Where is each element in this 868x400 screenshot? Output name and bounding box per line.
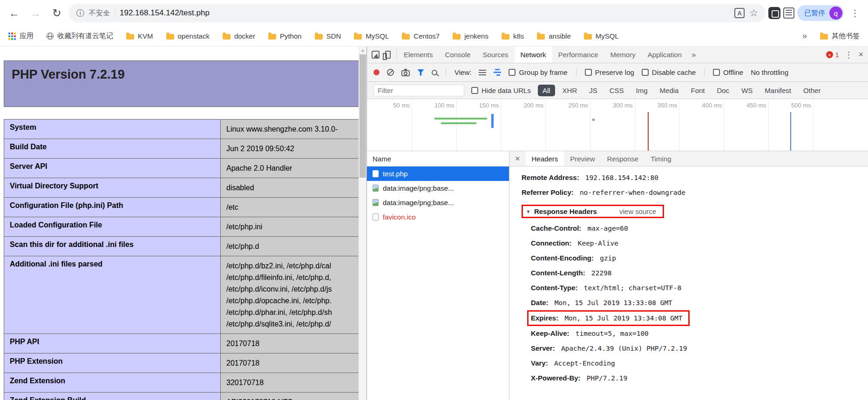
devtools-tab[interactable]: Performance (552, 47, 604, 63)
bookmark-folder[interactable]: SDN (313, 30, 343, 42)
other-bookmarks-label: 其他书签 (832, 32, 860, 40)
forward-button[interactable]: → (26, 4, 45, 22)
header-name: Content-Type: (531, 284, 578, 292)
network-timeline-overview[interactable]: 50 ms 100 ms 150 ms 200 ms 2 (367, 99, 868, 151)
folder-icon (223, 34, 231, 40)
hide-data-urls-checkbox[interactable]: Hide data URLs (471, 87, 531, 94)
waterfall-view-icon[interactable] (494, 72, 501, 73)
request-row[interactable]: test.php (367, 167, 509, 181)
devtools-menu-icon[interactable]: ⋮ (844, 50, 853, 60)
devtools-tab[interactable]: Sources (477, 47, 515, 63)
devtools-tab[interactable]: Memory (604, 47, 642, 63)
disable-cache-checkbox[interactable]: Disable cache (642, 68, 696, 76)
translate-icon[interactable]: A (734, 8, 745, 18)
device-toolbar-icon[interactable] (385, 51, 391, 59)
profile-button[interactable]: 已暂停 q (797, 5, 844, 21)
tabs-overflow-icon[interactable]: » (688, 47, 699, 63)
bookmark-folder[interactable]: Centos7 (400, 30, 441, 42)
filter-pill[interactable]: Manifest (760, 85, 796, 96)
scrollbar-thumb[interactable] (359, 54, 366, 178)
filter-pill[interactable]: Other (799, 85, 826, 96)
folder-icon (502, 34, 509, 40)
group-by-frame-checkbox[interactable]: Group by frame (509, 68, 567, 76)
details-tab[interactable]: Headers (526, 151, 564, 166)
extension-icon-1[interactable] (768, 7, 780, 19)
reload-button[interactable]: ↻ (47, 4, 66, 22)
filter-pill[interactable]: Img (631, 85, 652, 96)
bookmark-folder[interactable]: jenkens (451, 30, 490, 42)
record-button[interactable] (373, 69, 380, 75)
devtools-tab[interactable]: Application (642, 47, 688, 63)
request-row[interactable]: favicon.ico (367, 210, 509, 224)
response-header-row: Content-Length: 22298 (522, 266, 861, 280)
apps-shortcut[interactable]: 应用 (7, 30, 35, 42)
bookmark-folder[interactable]: k8s (500, 30, 526, 42)
details-tab[interactable]: Response (601, 151, 645, 166)
preserve-log-checkbox[interactable]: Preserve log (585, 68, 634, 76)
filter-pill[interactable]: Media (655, 85, 684, 96)
throttling-dropdown[interactable]: No throttling (751, 68, 788, 76)
checkbox-label: Preserve log (595, 68, 634, 76)
info-icon[interactable]: ⓘ (76, 8, 84, 19)
filter-pill[interactable]: XHR (558, 85, 582, 96)
request-row[interactable]: data:image/png;base... (367, 181, 509, 195)
bookmark-label: Python (280, 32, 302, 40)
timeline-tick-label: 450 ms (746, 102, 766, 109)
clear-icon[interactable] (387, 69, 394, 76)
timeline-tick-label: 300 ms (613, 102, 633, 109)
filter-pill[interactable]: JS (584, 85, 602, 96)
bookmark-star-icon[interactable]: ☆ (749, 7, 758, 19)
bookmark-folder[interactable]: ansible (535, 30, 573, 42)
bookmarks-overflow-icon[interactable]: » (800, 31, 809, 41)
console-error-badge[interactable]: × 1 (826, 51, 839, 59)
devtools-tab[interactable]: Network (515, 47, 552, 63)
inspect-element-icon[interactable] (372, 51, 380, 59)
bookmark-folder[interactable]: MySQL (352, 30, 391, 42)
page-scrollbar[interactable]: ▲ (359, 47, 366, 400)
row-label: Configuration File (php.ini) Path (4, 198, 221, 217)
url-bar[interactable]: ⓘ 不安全 192.168.154.142/test.php A ☆ (69, 4, 766, 22)
search-icon[interactable] (432, 70, 437, 75)
screenshot-camera-icon[interactable] (401, 70, 410, 76)
request-row[interactable]: data:image/png;base... (367, 195, 509, 210)
tab-label: Sources (483, 51, 509, 59)
filter-funnel-icon[interactable] (417, 69, 424, 76)
back-button[interactable]: ← (5, 4, 23, 22)
bookmark-folder[interactable]: Python (266, 30, 304, 42)
filter-input[interactable] (373, 85, 464, 96)
bookmark-folder[interactable]: KVM (124, 30, 155, 42)
filter-pill[interactable]: Doc (712, 85, 734, 96)
annotation-box-expires: Expires: Mon, 15 Jul 2019 13:34:08 GMT (527, 310, 690, 326)
view-source-link[interactable]: view source (619, 207, 656, 215)
devtools-close-icon[interactable]: × (858, 50, 863, 60)
other-bookmarks[interactable]: 其他书签 (818, 30, 861, 42)
bookmark-folder[interactable]: MySQL (582, 30, 621, 42)
bookmark-folder[interactable]: openstack (164, 30, 211, 42)
filter-pill[interactable]: All (538, 85, 555, 96)
offline-checkbox[interactable]: Offline (713, 68, 743, 76)
browser-menu-icon[interactable]: ⋮ (847, 7, 863, 19)
response-header-row: Connection: Keep-Alive (522, 236, 861, 251)
row-value: 20170718 (221, 334, 359, 353)
filter-pill[interactable]: WS (737, 85, 757, 96)
extension-icon-2[interactable] (783, 7, 794, 19)
name-column-header[interactable]: Name (367, 151, 509, 167)
scrollbar-up-icon[interactable]: ▲ (359, 47, 366, 54)
timeline-tick-label: 350 ms (658, 102, 678, 109)
devtools-tab[interactable]: Console (439, 47, 477, 63)
filter-pill[interactable]: Font (686, 85, 709, 96)
bookmark-youdao[interactable]: 收藏到有道云笔记 (45, 30, 115, 42)
bookmark-label: k8s (513, 32, 524, 40)
close-details-icon[interactable]: × (509, 154, 526, 164)
toolbar-divider (446, 68, 446, 77)
details-tab[interactable]: Timing (644, 151, 677, 166)
url-text: 192.168.154.142/test.php (120, 8, 210, 18)
filter-pill[interactable]: CSS (605, 85, 629, 96)
bookmark-folder[interactable]: docker (221, 30, 257, 42)
details-tab[interactable]: Preview (564, 151, 601, 166)
annotation-box-expires: Keep-Alive: timeout=5, max=100 (531, 329, 649, 337)
row-value: /etc (221, 198, 359, 217)
devtools-tab[interactable]: Elements (398, 47, 439, 63)
disclosure-triangle-icon[interactable]: ▼ (526, 209, 531, 214)
list-view-icon[interactable] (479, 72, 486, 73)
